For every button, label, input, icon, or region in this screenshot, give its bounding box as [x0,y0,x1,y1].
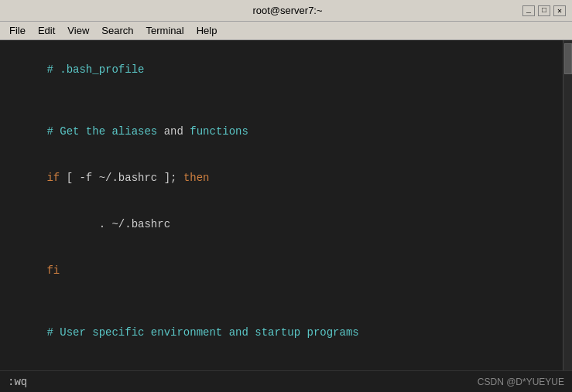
watermark: CSDN @D*YUEYUE [478,377,564,387]
line-blank-1 [8,93,555,108]
titlebar: root@server7:~ _ □ ✕ [0,0,572,22]
statusbar: :wq CSDN @D*YUEYUE [0,370,572,392]
minimize-button[interactable]: _ [522,5,535,16]
line-fi: fi [8,247,555,294]
line-if: if [ -f ~/.bashrc ]; then [8,155,555,201]
line-source: . ~/.bashrc [8,201,555,247]
line-comment-aliases: # Get the aliases and functions [8,108,555,155]
menu-item-view[interactable]: View [61,23,95,38]
menu-item-search[interactable]: Search [95,23,139,38]
line-blank-3 [8,356,555,370]
menu-item-file[interactable]: File [3,23,32,38]
terminal-wrapper: # .bash_profile # Get the aliases and fu… [0,40,572,370]
menu-item-edit[interactable]: Edit [32,23,61,38]
window-title: root@server7:~ [53,5,522,16]
line-comment-user: # User specific environment and startup … [8,309,555,356]
line-blank-2 [8,294,555,309]
scrollbar-thumb[interactable] [564,43,572,74]
terminal[interactable]: # .bash_profile # Get the aliases and fu… [0,40,563,370]
menu-item-terminal[interactable]: Terminal [140,23,190,38]
line-bash-profile: # .bash_profile [8,46,555,93]
vim-command: :wq [8,376,27,388]
close-button[interactable]: ✕ [553,5,566,16]
menu-item-help[interactable]: Help [190,23,224,38]
menubar: FileEditViewSearchTerminalHelp [0,22,572,40]
scrollbar[interactable] [563,40,572,370]
maximize-button[interactable]: □ [538,5,550,16]
window-controls: _ □ ✕ [522,5,566,16]
